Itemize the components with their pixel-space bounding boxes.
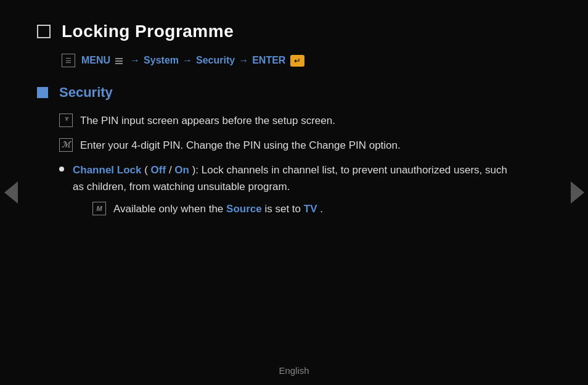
menu-icon: ☰ xyxy=(62,54,75,67)
note-icon-2: ℳ xyxy=(59,138,73,152)
arrow2: → xyxy=(182,55,192,66)
off-label: Off xyxy=(151,164,166,176)
channel-lock-label: Channel Lock xyxy=(73,164,141,176)
on-label: On xyxy=(174,164,189,176)
main-content: Locking Programme ☰ MENU → System → Secu… xyxy=(0,0,555,230)
sub-note-text: Available only when the Source is set to… xyxy=(113,201,323,217)
bullet-item-channel-lock: Channel Lock ( Off / On ): Lock channels… xyxy=(59,162,518,195)
section-header: Security xyxy=(37,85,518,101)
sub-note: M Available only when the Source is set … xyxy=(92,201,518,217)
language-label: English xyxy=(279,365,309,376)
bullet-text: Channel Lock ( Off / On ): Lock channels… xyxy=(73,162,518,195)
arrow1: → xyxy=(130,55,140,66)
bullet-paren-open: ( xyxy=(144,164,148,176)
sub-note-middle-text: is set to xyxy=(264,203,301,215)
filled-square-icon xyxy=(37,87,48,98)
nav-right-button[interactable] xyxy=(566,174,588,211)
nav-left-button[interactable] xyxy=(0,174,22,211)
enter-icon: ↵ xyxy=(290,55,304,67)
left-arrow-icon xyxy=(4,181,18,204)
enter-label: ENTER xyxy=(252,55,285,66)
note-icon-1: ᵋ̅ xyxy=(59,114,73,127)
arrow3: → xyxy=(239,55,248,66)
sub-note-prefix: Available only when the xyxy=(113,203,223,215)
sub-note-suffix: . xyxy=(320,203,323,215)
footer: English xyxy=(0,365,588,376)
security-nav-label: Security xyxy=(196,55,235,66)
menu-bars-icon xyxy=(115,58,123,64)
slash-separator: / xyxy=(169,164,172,176)
bullet-dot-icon xyxy=(59,167,64,172)
note-item-1: ᵋ̅ The PIN input screen appears before t… xyxy=(59,113,518,129)
section-title: Security xyxy=(59,85,113,101)
right-arrow-icon xyxy=(571,181,584,204)
note-text-1: The PIN input screen appears before the … xyxy=(80,113,335,129)
sub-note-icon: M xyxy=(92,202,106,215)
system-label: System xyxy=(144,55,179,66)
menu-label: MENU xyxy=(81,55,110,66)
checkbox-icon xyxy=(37,25,51,38)
note-text-2: Enter your 4-digit PIN. Change the PIN u… xyxy=(80,138,401,154)
source-label: Source xyxy=(226,203,262,215)
title-row: Locking Programme xyxy=(37,22,518,41)
menu-nav: ☰ MENU → System → Security → ENTER ↵ xyxy=(62,54,518,67)
note-item-2: ℳ Enter your 4-digit PIN. Change the PIN… xyxy=(59,138,518,154)
tv-label: TV xyxy=(304,203,317,215)
page-title: Locking Programme xyxy=(62,22,234,41)
